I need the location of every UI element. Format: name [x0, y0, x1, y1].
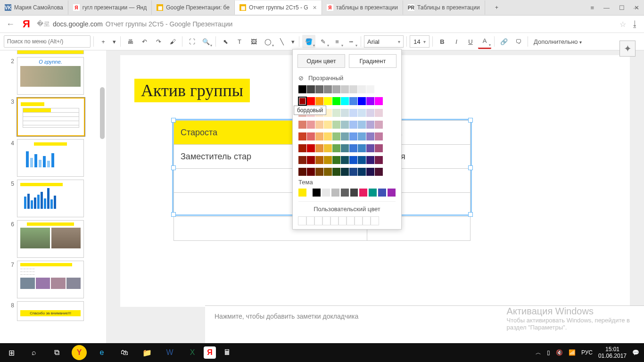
color-swatch[interactable]: [366, 85, 374, 93]
color-swatch[interactable]: [332, 85, 340, 93]
color-swatch[interactable]: [307, 97, 315, 105]
browser-tab[interactable]: Ягугл презентации — Янд: [68, 0, 152, 15]
color-swatch[interactable]: [298, 144, 306, 152]
color-swatch[interactable]: [324, 85, 332, 93]
color-swatch[interactable]: [298, 97, 306, 105]
line-tool[interactable]: ╲: [275, 35, 289, 48]
clock[interactable]: 15:0101.06.2017: [598, 346, 627, 360]
slide-thumb-2[interactable]: 2О группе.: [0, 57, 99, 95]
slide-thumb-3[interactable]: 3: [0, 98, 99, 136]
back-button[interactable]: ←: [5, 19, 16, 29]
yandex-icon[interactable]: Я: [204, 346, 216, 359]
zoom-fit-button[interactable]: ⛶: [185, 35, 198, 48]
color-swatch[interactable]: [358, 168, 366, 176]
system-tray[interactable]: ︿ ▯ 🔇 📶 РУС 15:0101.06.2017 💬: [531, 346, 644, 360]
volume-icon[interactable]: 🔇: [556, 349, 563, 356]
minimize-button[interactable]: —: [603, 4, 610, 11]
color-swatch[interactable]: [341, 121, 349, 129]
start-button[interactable]: ⊞: [0, 343, 23, 362]
theme-color-swatch[interactable]: [322, 189, 330, 197]
font-size-select[interactable]: 14▾: [410, 35, 429, 48]
color-swatch[interactable]: [307, 168, 315, 176]
transparent-option[interactable]: ⊘Прозрачный: [293, 73, 401, 83]
color-swatch[interactable]: [341, 156, 349, 164]
browser-tab[interactable]: VKМария Самойлова: [0, 0, 68, 15]
color-swatch[interactable]: [349, 144, 357, 152]
slide-thumb-7[interactable]: 7— — — — —— — — — —— — — — —: [0, 261, 99, 298]
color-swatch[interactable]: [298, 121, 306, 129]
new-slide-button[interactable]: +: [97, 35, 110, 48]
solid-color-tab[interactable]: Один цвет: [297, 54, 345, 68]
theme-color-swatch[interactable]: [350, 189, 358, 197]
color-swatch[interactable]: [375, 144, 383, 152]
browser-tab[interactable]: ▦Google Презентации: бе: [152, 0, 235, 15]
color-swatch[interactable]: [358, 109, 366, 117]
color-swatch[interactable]: [375, 132, 383, 140]
slide-panel[interactable]: 2О группе. 3 4 5 6 7— — — — —— — — — —— …: [0, 50, 106, 345]
color-swatch[interactable]: [358, 97, 366, 105]
color-swatch[interactable]: [324, 144, 332, 152]
paint-format-button[interactable]: 🖌: [166, 35, 179, 48]
explorer-icon[interactable]: 📁: [136, 343, 158, 362]
theme-color-swatch[interactable]: [378, 189, 386, 197]
browser-tab[interactable]: Ятаблицы в презентации: [322, 0, 403, 15]
color-swatch[interactable]: [358, 121, 366, 129]
text-box-tool[interactable]: T: [233, 35, 246, 48]
color-swatch[interactable]: [298, 156, 306, 164]
color-swatch[interactable]: [315, 132, 323, 140]
downloads-icon[interactable]: ⭳: [631, 19, 639, 29]
explore-button[interactable]: ✦: [619, 41, 636, 57]
color-swatch[interactable]: [332, 156, 340, 164]
color-swatch[interactable]: [358, 132, 366, 140]
color-swatch[interactable]: [315, 97, 323, 105]
theme-color-swatch[interactable]: [369, 189, 377, 197]
color-swatch[interactable]: [298, 85, 306, 93]
color-swatch[interactable]: [324, 156, 332, 164]
color-swatch[interactable]: [332, 132, 340, 140]
color-swatch[interactable]: [341, 168, 349, 176]
color-swatch[interactable]: [332, 168, 340, 176]
shape-dropdown[interactable]: ◯: [261, 35, 274, 48]
border-dash-button[interactable]: ┅: [345, 35, 358, 48]
slide-title[interactable]: Актив группы: [134, 79, 250, 102]
more-options[interactable]: Дополнительно ▾: [534, 38, 582, 45]
theme-color-swatch[interactable]: [313, 189, 321, 197]
speaker-notes[interactable]: Нажмите, чтобы добавить заметки докладчи…: [205, 305, 644, 345]
edge-icon[interactable]: e: [91, 343, 113, 362]
custom-color-slot[interactable]: [370, 216, 379, 225]
color-swatch[interactable]: [349, 132, 357, 140]
slide-thumb-8[interactable]: 8Спасибо за внимание!!!: [0, 301, 99, 321]
underline-button[interactable]: U: [464, 35, 477, 48]
color-swatch[interactable]: [324, 132, 332, 140]
color-swatch[interactable]: [324, 121, 332, 129]
color-swatch[interactable]: [341, 97, 349, 105]
language-indicator[interactable]: РУС: [581, 349, 593, 356]
border-weight-button[interactable]: ≡: [330, 35, 344, 48]
color-swatch[interactable]: [315, 144, 323, 152]
line-dropdown[interactable]: ▾: [289, 35, 296, 48]
slide-thumb-4[interactable]: 4: [0, 139, 99, 177]
color-swatch[interactable]: [341, 85, 349, 93]
fill-color-button[interactable]: 🪣: [302, 35, 315, 48]
color-swatch[interactable]: [366, 109, 374, 117]
insert-link-button[interactable]: 🔗: [497, 35, 511, 48]
browser-menu-icon[interactable]: ≡: [590, 4, 594, 11]
color-swatch[interactable]: [375, 109, 383, 117]
color-swatch[interactable]: [349, 109, 357, 117]
theme-color-swatch[interactable]: [331, 189, 339, 197]
color-swatch[interactable]: [332, 144, 340, 152]
color-swatch[interactable]: [307, 144, 315, 152]
color-swatch[interactable]: [349, 156, 357, 164]
collapse-toolbar-icon[interactable]: ︿: [633, 3, 639, 11]
color-swatch[interactable]: [366, 168, 374, 176]
color-swatch[interactable]: [358, 85, 366, 93]
color-swatch[interactable]: [307, 132, 315, 140]
slide-thumb-5[interactable]: 5: [0, 180, 99, 217]
color-swatch[interactable]: [324, 97, 332, 105]
color-swatch[interactable]: [358, 156, 366, 164]
theme-color-swatch[interactable]: [298, 189, 306, 197]
color-swatch[interactable]: [366, 144, 374, 152]
tray-expand-icon[interactable]: ︿: [536, 349, 541, 357]
color-swatch[interactable]: [358, 144, 366, 152]
theme-color-swatch[interactable]: [388, 189, 396, 197]
